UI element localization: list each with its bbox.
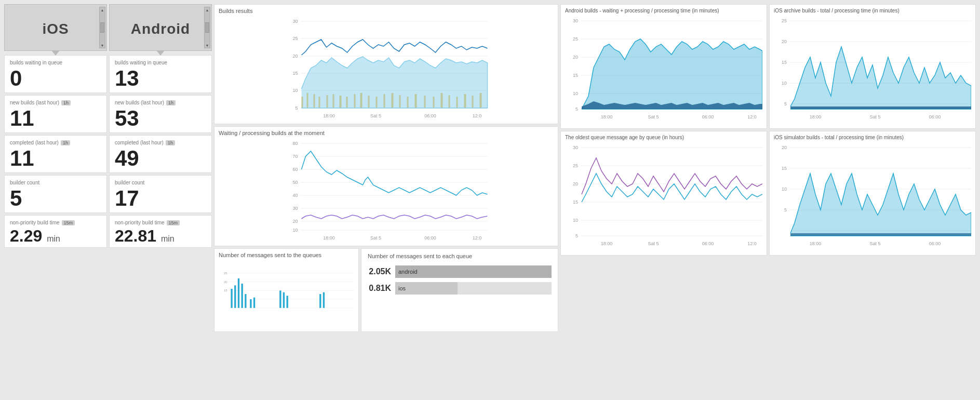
svg-text:25: 25 (782, 18, 787, 23)
svg-rect-72 (241, 284, 243, 308)
android-scroll-down[interactable]: ▼ (205, 43, 210, 48)
svg-text:20: 20 (292, 219, 298, 224)
ios-builder-count-label: builder count (10, 180, 101, 185)
svg-rect-79 (319, 294, 321, 308)
svg-rect-73 (245, 294, 246, 308)
svg-text:10: 10 (782, 81, 787, 86)
android-builds-waiting: builds waiting in queue 13 (109, 55, 212, 93)
svg-text:20: 20 (292, 54, 298, 59)
ios-msg-value: 0.81K (368, 284, 391, 293)
svg-text:80: 80 (292, 141, 298, 146)
android-platform-box[interactable]: Android ▲ ▼ (109, 4, 212, 51)
android-builder-count: builder count 17 (109, 175, 212, 213)
svg-text:18:00: 18:00 (810, 114, 822, 119)
ios-platform-box[interactable]: iOS ▲ ▼ (4, 4, 107, 51)
android-builder-count-value: 17 (115, 188, 206, 209)
right-top-charts: Android builds - waiting + processing / … (560, 4, 976, 129)
svg-text:Sat 5: Sat 5 (370, 113, 381, 118)
platform-selectors: iOS ▲ ▼ Android ▲ ▼ (4, 4, 212, 51)
ios-new-builds-label: new builds (last hour) 1h (10, 100, 101, 105)
ios-scrollbar[interactable]: ▲ ▼ (99, 7, 105, 48)
android-non-priority-value: 22.81 min (115, 228, 206, 244)
builds-results-svg: 30 25 20 15 10 5 (219, 16, 554, 120)
completed-row: completed (last hour) 1h 11 completed (l… (4, 135, 212, 173)
builds-results-title: Builds results (219, 8, 554, 14)
svg-text:5: 5 (575, 233, 578, 238)
oldest-queue-title: The oldest queue message age by queue (i… (565, 135, 762, 140)
ios-completed-label: completed (last hour) 1h (10, 140, 101, 145)
svg-text:25: 25 (573, 36, 578, 42)
svg-text:10: 10 (573, 218, 578, 223)
svg-text:06:00: 06:00 (929, 241, 941, 246)
svg-text:30: 30 (292, 19, 298, 24)
ios-non-priority-value: 2.29 min (10, 228, 101, 244)
android-builds-chart: Android builds - waiting + processing / … (560, 4, 767, 129)
svg-text:15: 15 (292, 71, 298, 76)
ios-label: iOS (42, 21, 69, 37)
android-non-priority-label: non-priority build time 15m (115, 220, 206, 225)
ios-simulator-title: iOS simulator builds - total / processin… (774, 135, 971, 140)
ios-scroll-up[interactable]: ▲ (100, 7, 105, 12)
svg-text:70: 70 (292, 154, 298, 159)
svg-text:15: 15 (224, 289, 227, 292)
svg-rect-70 (234, 285, 236, 308)
svg-rect-74 (250, 299, 251, 308)
android-scroll-thumb[interactable] (205, 22, 209, 33)
svg-text:30: 30 (292, 206, 298, 211)
android-msg-value: 2.05K (368, 267, 391, 276)
android-completed-badge: 1h (166, 140, 175, 145)
ios-new-builds-badge: 1h (61, 100, 71, 105)
svg-text:18:00: 18:00 (323, 235, 335, 241)
ios-msg-track: ios (395, 282, 552, 295)
svg-text:06:00: 06:00 (424, 113, 436, 118)
svg-text:5: 5 (295, 105, 298, 111)
svg-text:25: 25 (573, 163, 578, 168)
svg-text:5: 5 (575, 106, 578, 112)
ios-scroll-thumb[interactable] (100, 22, 104, 33)
ios-completed-value: 11 (10, 148, 101, 169)
ios-archive-svg: 25 20 15 10 5 18:00 Sat 5 06:00 (774, 16, 971, 125)
svg-text:06:00: 06:00 (702, 241, 714, 246)
ios-builds-waiting-label: builds waiting in queue (10, 60, 101, 65)
svg-text:20: 20 (782, 145, 787, 150)
right-panel: Android builds - waiting + processing / … (560, 4, 976, 332)
svg-text:10: 10 (573, 91, 578, 96)
builder-count-row: builder count 5 builder count 17 (4, 175, 212, 213)
svg-text:Sat 5: Sat 5 (648, 114, 659, 119)
svg-text:15: 15 (573, 73, 578, 78)
svg-rect-80 (323, 292, 325, 308)
messages-each-queue-panel: Number of messages sent to each queue 2.… (361, 248, 558, 332)
android-new-builds-badge: 1h (166, 100, 176, 105)
svg-rect-77 (283, 292, 285, 308)
svg-text:06:00: 06:00 (424, 235, 436, 241)
svg-text:12:0: 12:0 (473, 235, 482, 241)
ios-builds-waiting-value: 0 (10, 68, 101, 89)
svg-text:18:00: 18:00 (323, 113, 335, 118)
svg-rect-75 (253, 298, 255, 308)
android-scroll-up[interactable]: ▲ (205, 7, 210, 12)
svg-text:18:00: 18:00 (601, 241, 613, 246)
ios-scroll-down[interactable]: ▼ (100, 43, 105, 48)
svg-text:40: 40 (292, 193, 298, 198)
left-panel: iOS ▲ ▼ Android ▲ ▼ buil (4, 4, 212, 332)
android-completed-value: 49 (115, 148, 206, 169)
ios-builder-count-value: 5 (10, 188, 101, 209)
svg-text:06:00: 06:00 (929, 114, 941, 119)
android-scrollbar[interactable]: ▲ ▼ (204, 7, 210, 48)
android-msg-fill: android (395, 265, 552, 278)
bottom-row: Number of messages sent to the queues 25… (214, 248, 558, 332)
waiting-processing-svg: 80 70 60 50 40 30 20 10 18:00 Sat 5 06:0… (219, 138, 554, 242)
android-builds-waiting-value: 13 (115, 68, 206, 89)
android-new-builds-label: new builds (last hour) 1h (115, 100, 206, 105)
ios-builds-waiting: builds waiting in queue 0 (4, 55, 107, 93)
svg-text:10: 10 (292, 228, 298, 233)
android-builds-title: Android builds - waiting + processing / … (565, 8, 762, 14)
android-non-priority: non-priority build time 15m 22.81 min (109, 215, 212, 248)
non-priority-row: non-priority build time 15m 2.29 min non… (4, 215, 212, 248)
builds-results-area: 30 25 20 15 10 5 (219, 16, 554, 122)
svg-text:20: 20 (782, 39, 787, 44)
ios-simulator-chart: iOS simulator builds - total / processin… (769, 131, 976, 256)
svg-text:Sat 5: Sat 5 (869, 241, 880, 246)
svg-text:30: 30 (573, 18, 578, 23)
svg-text:10: 10 (292, 88, 298, 93)
